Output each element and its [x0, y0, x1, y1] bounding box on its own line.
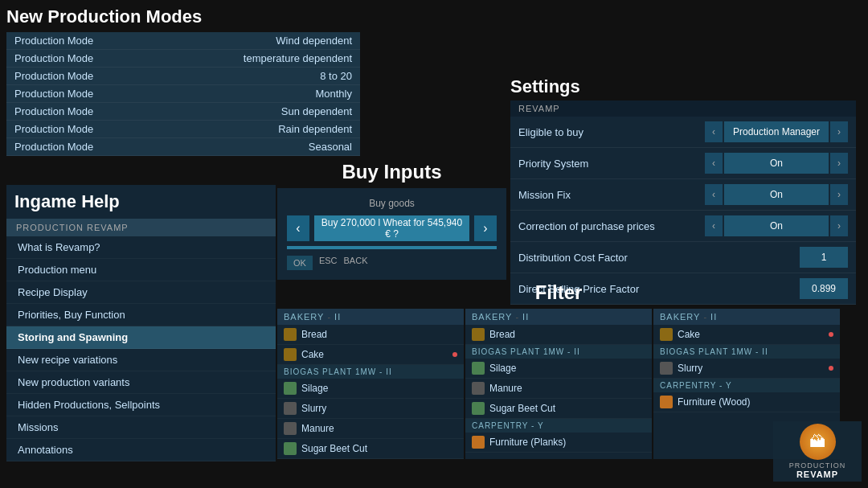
buy-next-button[interactable]: ›: [474, 215, 497, 241]
ingame-help-menu-item[interactable]: New production variants: [6, 371, 276, 394]
buy-prev-button[interactable]: ‹: [287, 215, 309, 241]
item-icon: [284, 442, 297, 455]
item-name: Slurry: [678, 363, 824, 374]
production-mode-row: Production Mode8 to 20: [6, 68, 360, 85]
production-modes-title: New Production Modes: [6, 6, 360, 27]
logo-revamp-label: REVAMP: [796, 470, 838, 479]
settings-prev-btn[interactable]: ‹: [705, 184, 723, 205]
revamp-label: REVAMP: [510, 100, 856, 117]
col-header-name: BAKERY: [660, 312, 700, 322]
settings-prev-btn[interactable]: ‹: [705, 121, 723, 142]
filter-item-row[interactable]: Cake: [277, 345, 464, 365]
item-icon: [660, 328, 673, 341]
filter-item-row[interactable]: Furniture (Planks): [465, 433, 652, 453]
logo-panel: 🏔 PRODUCTION REVAMP: [773, 421, 862, 482]
item-name: Cake: [678, 329, 824, 340]
filter-item-row[interactable]: Sugar Beet Cut: [465, 399, 652, 419]
back-button-label[interactable]: BACK: [344, 256, 368, 270]
item-icon: [284, 402, 297, 415]
filter-item-row[interactable]: Manure: [277, 419, 464, 439]
ingame-help-menu-item[interactable]: What is Revamp?: [6, 236, 276, 259]
settings-next-btn[interactable]: ›: [830, 215, 848, 236]
settings-next-btn[interactable]: ›: [830, 184, 848, 205]
col-header-name: BAKERY: [472, 312, 512, 322]
filter-subheader: BIOGAS PLANT 1MW - II: [653, 345, 840, 359]
settings-next-btn[interactable]: ›: [830, 121, 848, 142]
filter-item-row[interactable]: Sugar Beet Cut: [277, 439, 464, 459]
filter-item-row[interactable]: Bread: [465, 325, 652, 345]
settings-row-label: Eligible to buy: [518, 126, 698, 138]
filter-item-row[interactable]: Cake: [653, 325, 840, 345]
buy-row: ‹ Buy 270,000 l Wheat for 545,940 € ? ›: [287, 215, 497, 241]
col-header-level: II: [334, 312, 341, 322]
settings-title: Settings: [510, 76, 856, 97]
settings-value: On: [724, 215, 829, 236]
col-header-level: II: [522, 312, 529, 322]
item-icon: [284, 348, 297, 361]
filter-col-0: BAKERY-II Bread Cake BIOGAS PLANT 1MW - …: [277, 309, 464, 459]
filter-title: Filter: [277, 281, 840, 304]
settings-row-label: Priority System: [518, 158, 698, 170]
prod-mode-label: Production Mode: [14, 35, 93, 47]
prod-mode-label: Production Mode: [14, 141, 93, 153]
settings-value: On: [724, 153, 829, 174]
prod-mode-value: Wind dependent: [276, 35, 352, 47]
buy-goods-label: Buy goods: [287, 198, 497, 209]
ingame-help-menu-item[interactable]: Priorities, Buy Function: [6, 304, 276, 326]
item-name: Cake: [301, 349, 448, 360]
settings-row: Distribution Cost Factor 1: [510, 242, 856, 273]
buy-panel: Buy goods ‹ Buy 270,000 l Wheat for 545,…: [277, 188, 506, 280]
item-dot: [829, 332, 833, 337]
ingame-help-menu-item[interactable]: Production menu: [6, 259, 276, 281]
settings-control: ‹ On ›: [705, 184, 848, 205]
item-icon: [284, 382, 297, 395]
settings-row-label: Distribution Cost Factor: [518, 252, 793, 264]
logo-production-label: PRODUCTION: [789, 461, 846, 470]
settings-prev-btn[interactable]: ‹: [705, 215, 723, 236]
item-name: Bread: [301, 329, 457, 340]
filter-item-row[interactable]: Silage: [277, 379, 464, 399]
item-icon: [472, 382, 485, 395]
ingame-help-menu-item[interactable]: New recipe variations: [6, 349, 276, 371]
filter-item-row[interactable]: Slurry: [653, 359, 840, 379]
buy-progress-bar: [287, 246, 497, 249]
item-name: Furniture (Wood): [678, 396, 833, 408]
filter-item-row[interactable]: Bread: [277, 325, 464, 345]
ok-button-label[interactable]: OK: [287, 256, 313, 270]
filter-columns: BAKERY-II Bread Cake BIOGAS PLANT 1MW - …: [277, 309, 840, 459]
col-header-name: BAKERY: [284, 312, 324, 322]
item-icon: [472, 402, 485, 415]
prod-mode-label: Production Mode: [14, 88, 93, 100]
filter-item-row[interactable]: Furniture (Wood): [653, 392, 840, 412]
settings-row-label: Mission Fix: [518, 189, 698, 201]
ingame-help-title: Ingame Help: [6, 185, 276, 219]
prod-mode-value: Monthly: [315, 88, 352, 100]
prod-mode-value: Seasonal: [309, 141, 352, 153]
item-name: Furniture (Planks): [489, 437, 645, 448]
item-icon: [472, 328, 485, 341]
ingame-help-menu-item[interactable]: Hidden Productions, Sellpoints: [6, 394, 276, 416]
settings-prev-btn[interactable]: ‹: [705, 153, 723, 174]
settings-panel: Settings REVAMP Eligible to buy ‹ Produc…: [510, 76, 856, 305]
production-mode-row: Production ModeRain dependent: [6, 121, 360, 138]
item-name: Silage: [301, 383, 457, 394]
filter-item-row[interactable]: Silage: [465, 359, 652, 379]
filter-subheader: BIOGAS PLANT 1MW - II: [277, 365, 464, 379]
settings-row-label: Correction of purchase prices: [518, 220, 698, 232]
production-mode-row: Production ModeSun dependent: [6, 103, 360, 121]
prod-mode-value: 8 to 20: [320, 70, 352, 82]
production-mode-row: Production ModeSeasonal: [6, 138, 360, 156]
item-name: Sugar Beet Cut: [301, 443, 457, 454]
ingame-help-menu-item[interactable]: Annotations: [6, 439, 276, 461]
settings-next-btn[interactable]: ›: [830, 153, 848, 174]
ingame-help-menu-item[interactable]: Missions: [6, 416, 276, 439]
filter-item-row[interactable]: Slurry: [277, 399, 464, 419]
ingame-help-menu-item[interactable]: Recipe Display: [6, 281, 276, 304]
buy-text-display: Buy 270,000 l Wheat for 545,940 € ?: [314, 215, 469, 241]
item-dot: [829, 366, 833, 371]
filter-subheader: CARPENTRY - Y: [465, 419, 652, 433]
item-name: Manure: [301, 423, 457, 434]
ingame-help-menu-item[interactable]: Storing and Spawning: [6, 326, 276, 349]
item-name: Silage: [489, 363, 645, 374]
filter-item-row[interactable]: Manure: [465, 379, 652, 399]
